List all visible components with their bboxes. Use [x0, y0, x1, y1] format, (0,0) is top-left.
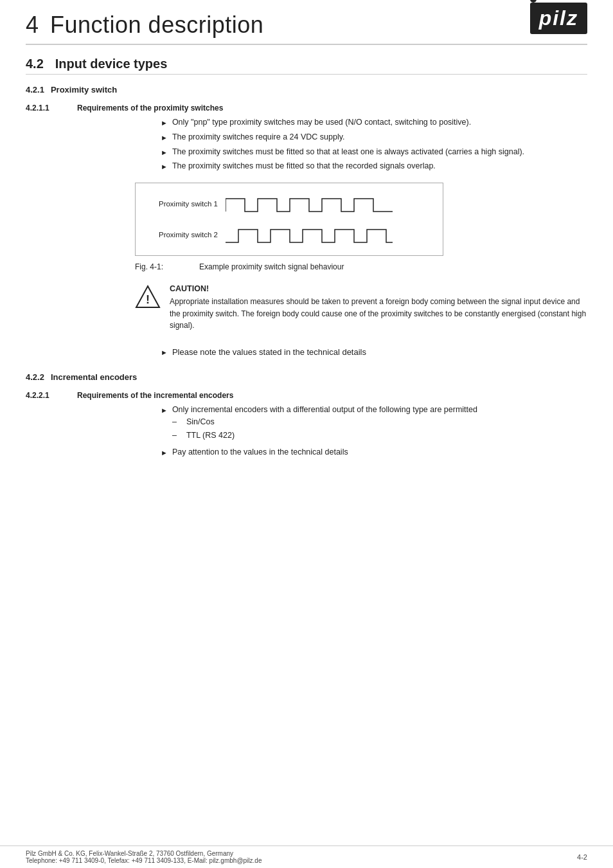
- bullet-indent: [26, 116, 161, 175]
- section-42-heading: 4.2 Input device types: [0, 45, 613, 74]
- list-item: ► Pay attention to the values in the tec…: [161, 446, 587, 458]
- waveform-1: [226, 194, 393, 214]
- fig-label: Fig. 4-1:: [135, 262, 199, 271]
- bullet-text: The proximity switches require a 24 VDC …: [172, 131, 587, 143]
- requirements-list: ► Only "pnp" type proximity switches may…: [0, 114, 613, 177]
- bullet-text: Pay attention to the values in the techn…: [172, 446, 587, 458]
- logo-wrapper: pilz: [530, 12, 587, 34]
- section-421-number: 4.2.1: [26, 85, 44, 95]
- diagram-box: Proximity switch 1 Proximity switch 2: [135, 183, 443, 256]
- caution-title: CAUTION!: [170, 284, 587, 293]
- caution-text: Appropriate installation measures should…: [170, 296, 587, 332]
- pilz-logo: pilz: [530, 3, 587, 34]
- dash-item: – TTL (RS 422): [172, 429, 477, 442]
- bullet-text: Only incremental encoders with a differe…: [172, 404, 477, 416]
- chapter-title: Function description: [50, 12, 263, 39]
- bullet-arrow-icon: ►: [161, 405, 168, 416]
- caution-block: ! CAUTION! Appropriate installation meas…: [0, 275, 613, 341]
- section-4221-heading: 4.2.2.1 Requirements of the incremental …: [0, 384, 613, 401]
- bullet-items: ► Only "pnp" type proximity switches may…: [161, 116, 587, 175]
- footer-line1: Pilz GmbH & Co. KG, Felix-Wankel-Straße …: [26, 850, 262, 857]
- list-item: ► The proximity switches must be fitted …: [161, 146, 587, 158]
- dash-icon: –: [172, 429, 181, 442]
- list-item: ► Only "pnp" type proximity switches may…: [161, 116, 587, 129]
- chapter-number: 4: [26, 12, 39, 39]
- waveform-2: [226, 224, 393, 245]
- section-422-heading: 4.2.2 Incremental encoders: [0, 362, 613, 384]
- section-4221-title: Requirements of the incremental encoders: [77, 391, 233, 400]
- caution-icon: !: [135, 284, 161, 310]
- bullet-text: The proximity switches must be fitted so…: [172, 160, 587, 172]
- note-bullet-container: ► Please note the values stated in the t…: [0, 341, 613, 362]
- section-4221-number: 4.2.2.1: [26, 391, 77, 400]
- warning-triangle-icon: !: [135, 284, 161, 310]
- encoder-bullet-indent: [26, 404, 161, 461]
- section-42-number: 4.2: [26, 57, 44, 71]
- bullet-arrow-icon: ►: [161, 348, 168, 356]
- section-422-number: 4.2.2: [26, 372, 44, 382]
- bullet-arrow-icon: ►: [161, 161, 168, 172]
- bullet-arrow-icon: ►: [161, 448, 168, 458]
- section-421-heading: 4.2.1 Proximity switch: [0, 75, 613, 97]
- list-item: ► The proximity switches must be fitted …: [161, 160, 587, 172]
- section-42-title: Input device types: [55, 57, 168, 71]
- bullet-arrow-icon: ►: [161, 132, 168, 143]
- note-bullet-text: Please note the values stated in the tec…: [172, 347, 366, 357]
- signal-label-2: Proximity switch 2: [148, 231, 226, 239]
- caution-content: CAUTION! Appropriate installation measur…: [170, 284, 587, 332]
- bullet-text: The proximity switches must be fitted so…: [172, 146, 587, 158]
- signal-row-2: Proximity switch 2: [148, 224, 430, 245]
- figure-caption: Fig. 4-1: Example proximity switch signa…: [0, 258, 613, 275]
- signal-diagram: Proximity switch 1 Proximity switch 2: [0, 177, 613, 258]
- section-4211-number: 4.2.1.1: [26, 104, 77, 113]
- page-header: 4 Function description pilz: [0, 0, 613, 39]
- footer-left: Pilz GmbH & Co. KG, Felix-Wankel-Straße …: [26, 850, 262, 864]
- encoder-requirements-list: ► Only incremental encoders with a diffe…: [0, 401, 613, 464]
- footer-page: 4-2: [577, 853, 587, 861]
- dash-icon: –: [172, 416, 181, 428]
- footer-line2: Telephone: +49 711 3409-0, Telefax: +49 …: [26, 857, 262, 864]
- signal-row-1: Proximity switch 1: [148, 194, 430, 214]
- section-422-title: Incremental encoders: [51, 372, 137, 382]
- section-4211-heading: 4.2.1.1 Requirements of the proximity sw…: [0, 97, 613, 114]
- dash-text: TTL (RS 422): [186, 429, 235, 442]
- list-item: ► The proximity switches require a 24 VD…: [161, 131, 587, 143]
- section-421-title: Proximity switch: [51, 85, 117, 95]
- dash-text: Sin/Cos: [186, 416, 215, 428]
- fig-text: Example proximity switch signal behaviou…: [199, 262, 344, 271]
- bullet-arrow-icon: ►: [161, 147, 168, 158]
- note-bullet-indent: [26, 347, 161, 357]
- list-item: ► Only incremental encoders with a diffe…: [161, 404, 587, 444]
- note-bullet-content: ► Please note the values stated in the t…: [161, 347, 366, 357]
- page-footer: Pilz GmbH & Co. KG, Felix-Wankel-Straße …: [0, 845, 613, 868]
- svg-text:!: !: [146, 293, 150, 306]
- bullet-arrow-icon: ►: [161, 118, 168, 129]
- dash-item: – Sin/Cos: [172, 416, 477, 428]
- signal-label-1: Proximity switch 1: [148, 200, 226, 208]
- encoder-bullet-items: ► Only incremental encoders with a diffe…: [161, 404, 587, 461]
- bullet-text: Only "pnp" type proximity switches may b…: [172, 116, 587, 129]
- section-4211-title: Requirements of the proximity switches: [77, 104, 223, 113]
